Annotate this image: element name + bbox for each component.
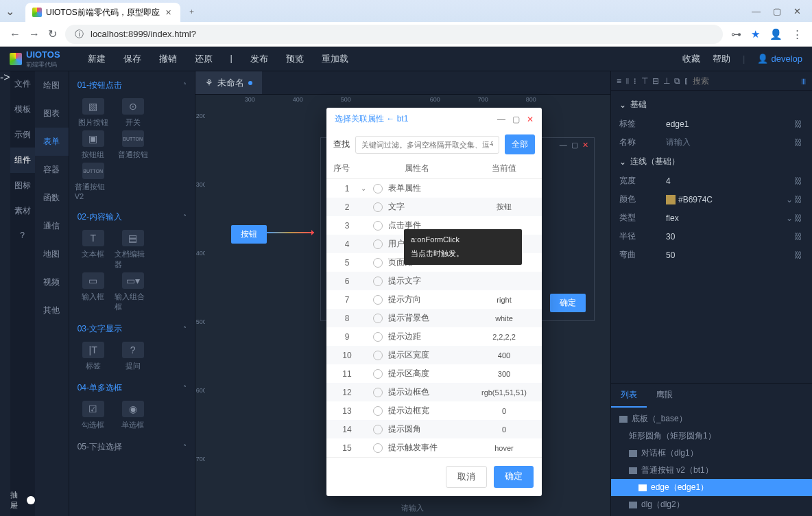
tab-list[interactable]: 列表 (611, 384, 647, 408)
key-icon[interactable]: ⊶ (731, 28, 741, 40)
dialog-ok-button[interactable]: 确定 (550, 294, 586, 312)
align-middle-icon[interactable]: ⊟ (652, 75, 659, 86)
link-icon[interactable]: ⛓ (794, 195, 804, 204)
table-row[interactable]: 11提示区高度300 (326, 364, 542, 383)
table-row[interactable]: 9提示边距2,2,2,2 (326, 327, 542, 346)
comp-label[interactable]: |T标签 (75, 342, 112, 371)
radio-icon[interactable] (373, 406, 383, 416)
prop-value[interactable]: 4 (666, 176, 794, 186)
window-close-icon[interactable]: ✕ (793, 6, 801, 16)
rail-asset[interactable]: 素材 (14, 198, 31, 224)
align-left-icon[interactable]: ≡ (617, 75, 621, 86)
prop-value[interactable]: 30 (666, 232, 794, 242)
ok-button[interactable]: 确定 (494, 466, 534, 488)
cat-draw[interactable]: 绘图 (35, 71, 69, 99)
table-row[interactable]: 13提示边框宽0 (326, 401, 542, 420)
tab-eagle-eye[interactable]: 鹰眼 (647, 384, 682, 408)
tree-row-selected[interactable]: edge（edge1） (611, 479, 812, 496)
table-row[interactable]: 1⌄表单属性 (326, 179, 542, 198)
cat-other[interactable]: 其他 (35, 296, 69, 325)
menu-reload[interactable]: 重加载 (322, 53, 348, 65)
cat-form[interactable]: 表单 (35, 128, 69, 156)
section-basic[interactable]: ⌄基础 (619, 95, 804, 115)
tab-dropdown-icon[interactable]: ⌄ (0, 5, 20, 18)
align-top-icon[interactable]: ⊤ (641, 75, 648, 86)
radio-icon[interactable] (373, 332, 383, 342)
radio-icon[interactable] (373, 369, 383, 379)
tree-row[interactable]: dlg（dlg2） (611, 496, 812, 513)
profile-icon[interactable]: 👤 (769, 28, 783, 40)
menu-new[interactable]: 新建 (88, 53, 106, 65)
comp-button[interactable]: BUTTON普通按钮 (115, 130, 152, 160)
prop-search-input[interactable] (693, 76, 796, 86)
radio-icon[interactable] (373, 425, 383, 434)
rail-help-icon[interactable]: ? (20, 224, 25, 247)
section-edge[interactable]: ⌄连线（基础） (619, 152, 804, 172)
section-hdr-2[interactable]: 02-内容输入˄ (75, 207, 189, 227)
rail-component[interactable]: 组件 (10, 148, 35, 173)
radio-icon[interactable] (373, 202, 383, 212)
prop-value[interactable]: 50 (666, 250, 794, 260)
maximize-icon[interactable]: ▢ (571, 141, 578, 151)
distribute-h-icon[interactable]: ⧉ (674, 75, 680, 86)
tree-row[interactable]: 底板（_base） (611, 410, 812, 427)
table-row[interactable]: 10提示区宽度400 (326, 346, 542, 364)
table-row[interactable]: 6提示文字 (326, 272, 542, 290)
link-icon[interactable]: ⛓ (794, 176, 804, 186)
kebab-icon[interactable]: ⋮ (792, 28, 802, 40)
comp-image-button[interactable]: ▧图片按钮 (75, 98, 112, 128)
cancel-button[interactable]: 取消 (446, 466, 487, 488)
rail-template[interactable]: 模板 (14, 97, 31, 122)
cat-container[interactable]: 容器 (35, 156, 69, 184)
prop-value[interactable]: edge1 (666, 119, 794, 129)
table-row[interactable]: 15提示触发事件hover (326, 438, 542, 457)
radio-icon[interactable] (373, 388, 383, 397)
rail-example[interactable]: 示例 (14, 122, 31, 148)
comp-checkbox[interactable]: ☑勾选框 (75, 401, 112, 430)
radio-icon[interactable] (373, 443, 383, 453)
align-right-icon[interactable]: ⫶ (633, 75, 637, 86)
doc-tab[interactable]: ⚘ 未命名 (195, 71, 262, 94)
cat-map[interactable]: 地图 (35, 240, 69, 268)
minimize-icon[interactable]: — (752, 6, 761, 16)
tree-row[interactable]: 矩形圆角（矩形圆角1） (611, 427, 812, 445)
minimize-icon[interactable]: — (497, 115, 505, 124)
back-icon[interactable]: ← (10, 28, 21, 40)
cat-function[interactable]: 函数 (35, 184, 69, 212)
menu-preview[interactable]: 预览 (286, 53, 304, 65)
tree-row[interactable]: 普通按钮 v2（bt1） (611, 462, 812, 479)
radio-icon[interactable] (373, 277, 383, 286)
reload-icon[interactable]: ↻ (48, 27, 57, 40)
align-center-icon[interactable]: ⫴ (625, 75, 629, 86)
link-icon[interactable]: ⛓ (794, 250, 804, 260)
bookmark-icon[interactable]: ★ (751, 28, 760, 40)
browser-tab[interactable]: UIOTOS前端零代码，原型即应 ✕ (25, 3, 180, 22)
radio-icon[interactable] (373, 314, 383, 323)
table-row[interactable]: 14提示圆角0 (326, 420, 542, 438)
chevron-down-icon[interactable]: ⌄ (786, 195, 794, 204)
close-icon[interactable]: ✕ (527, 115, 534, 124)
link-icon[interactable]: ⛓ (794, 232, 804, 242)
distribute-v-icon[interactable]: ⫿ (684, 75, 689, 86)
comp-question[interactable]: ?提问 (115, 342, 152, 371)
menu-help[interactable]: 帮助 (713, 53, 730, 65)
comp-radio[interactable]: ◉单选框 (115, 401, 152, 430)
rail-icon[interactable]: 图标 (14, 173, 31, 198)
radio-icon[interactable] (373, 351, 383, 360)
rail-file[interactable]: 文件 (14, 71, 31, 97)
menu-fav[interactable]: 收藏 (682, 53, 700, 65)
radio-icon[interactable] (373, 221, 383, 231)
section-hdr-3[interactable]: 03-文字显示˄ (75, 319, 189, 339)
comp-switch[interactable]: ⊙开关 (115, 98, 152, 128)
table-row[interactable]: 7提示方向right (326, 290, 542, 309)
align-bottom-icon[interactable]: ⊥ (663, 75, 670, 86)
menu-undo[interactable]: 撤销 (159, 53, 177, 65)
radio-icon[interactable] (373, 239, 383, 249)
comp-textbox[interactable]: T文本框 (75, 230, 112, 270)
close-icon[interactable]: ✕ (164, 8, 174, 17)
table-row[interactable]: 2文字按钮 (326, 198, 542, 216)
comp-combo[interactable]: ▭▾输入组合框 (115, 272, 152, 312)
prop-value[interactable]: flex (666, 213, 786, 223)
canvas-button-node[interactable]: 按钮 (231, 225, 267, 244)
prop-value[interactable]: 请输入 (666, 137, 794, 148)
